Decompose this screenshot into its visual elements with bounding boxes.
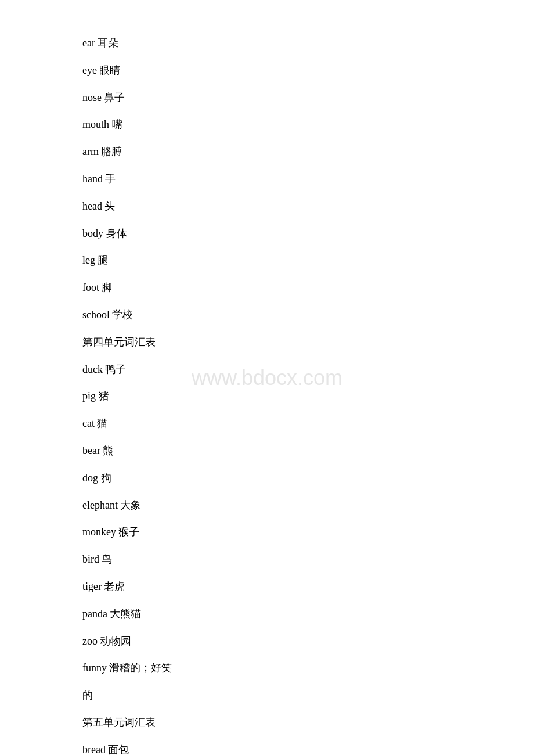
- vocab-item: leg 腿: [82, 252, 452, 269]
- vocab-item: cat 猫: [82, 415, 452, 432]
- section-header: 第五单元词汇表: [82, 714, 452, 731]
- vocab-item-continued: 的: [82, 687, 452, 704]
- vocab-item: duck 鸭子: [82, 361, 452, 378]
- vocab-item: eye 眼睛: [82, 62, 452, 79]
- vocab-item: elephant 大象: [82, 497, 452, 514]
- vocab-item: hand 手: [82, 171, 452, 188]
- content-area: ear 耳朵eye 眼睛nose 鼻子mouth 嘴arm 胳膊hand 手he…: [0, 0, 534, 756]
- vocab-item: dog 狗: [82, 470, 452, 487]
- vocab-item: bear 熊: [82, 442, 452, 459]
- vocab-item: zoo 动物园: [82, 633, 452, 650]
- vocab-item: pig 猪: [82, 388, 452, 405]
- section-header: 第四单元词汇表: [82, 334, 452, 351]
- vocab-item: nose 鼻子: [82, 89, 452, 106]
- vocab-item: monkey 猴子: [82, 524, 452, 541]
- vocab-item: school 学校: [82, 307, 452, 323]
- vocab-item: bird 鸟: [82, 551, 452, 568]
- vocab-item: arm 胳膊: [82, 143, 452, 160]
- vocab-item: body 身体: [82, 225, 452, 242]
- vocab-item: mouth 嘴: [82, 116, 452, 133]
- vocab-item: ear 耳朵: [82, 35, 452, 52]
- vocab-item: head 头: [82, 198, 452, 215]
- vocab-item: funny 滑稽的；好笑: [82, 660, 452, 676]
- vocab-item: bread 面包: [82, 741, 452, 756]
- vocab-item: panda 大熊猫: [82, 606, 452, 622]
- vocab-item: tiger 老虎: [82, 578, 452, 595]
- vocab-item: foot 脚: [82, 279, 452, 296]
